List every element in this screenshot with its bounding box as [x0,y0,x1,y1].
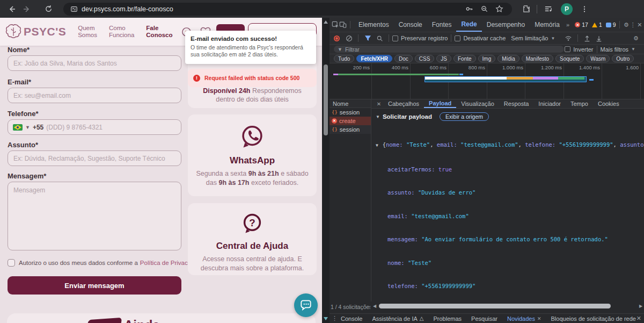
import-har-icon[interactable] [581,32,593,44]
tab-iniciador[interactable]: Iniciador [533,99,566,108]
mensagem-textarea[interactable] [8,182,181,250]
scroll-left-arrow[interactable]: ◀ [371,304,378,308]
payload-json[interactable]: ▼ {nome: "Teste", email: "teste@gmail.co… [376,125,644,302]
tab-desempenho[interactable]: Desempenho [482,18,530,32]
export-har-icon[interactable] [593,32,605,44]
expand-triangle-icon[interactable]: ▼ [376,142,381,150]
tab-tempo[interactable]: Tempo [566,99,593,108]
drawer-menu-icon[interactable]: ⋮ [332,313,338,323]
tab-visualizacao[interactable]: Visualização [456,99,499,108]
brazil-flag-icon[interactable] [13,124,23,131]
search-network-icon[interactable] [374,32,385,44]
payload-section-header[interactable]: ▼ Solicitar payload Exibir a origem [376,112,644,121]
request-row-session-1[interactable]: {}session [330,108,371,117]
drawer-bloqueios[interactable]: Bloqueios de solicitação de rede [551,315,636,322]
whatsapp-card[interactable]: WhatsApp Segunda a sexta 9h às 21h e sáb… [188,114,317,196]
network-settings-icon[interactable]: ⚙ [630,32,642,44]
nav-fale-conosco[interactable]: Fale Conosco [146,25,172,39]
scroll-down-arrow[interactable] [324,317,328,320]
drawer-novidades[interactable]: Novidades✕ [507,315,541,322]
request-list-header[interactable]: Nome [330,99,371,108]
tab-memoria[interactable]: Memória [530,18,565,32]
nav-como-funciona[interactable]: Como Funciona [109,25,134,39]
record-network-icon[interactable] [334,35,340,41]
waterfall-request-line[interactable] [333,74,459,75]
site-info-icon[interactable] [69,2,79,17]
collapse-triangle-icon[interactable]: ▼ [376,114,380,119]
bookmark-star-icon[interactable] [492,2,507,17]
chip-css[interactable]: CSS [415,55,435,62]
filter-input[interactable]: ▼Filtrar [334,46,564,53]
forward-icon[interactable] [19,2,34,17]
clear-network-icon[interactable] [343,32,355,44]
network-overview[interactable]: 200 ms 400 ms 600 ms 800 ms 1.000 ms 1.2… [330,63,644,99]
telefone-input[interactable]: ▼ +55 (DDD) 9 8765-4321 [8,119,181,135]
scrollbar-thumb[interactable] [379,304,611,308]
address-bar[interactable]: dev.psycs.com.br/fale-conosco [63,3,512,16]
drawer-problemas[interactable]: Problemas [434,315,462,322]
scrollbar-track[interactable] [378,304,638,308]
refresh-icon[interactable] [41,2,56,17]
extensions-icon[interactable] [518,2,533,17]
browser-menu-icon[interactable] [577,2,592,17]
issues-count-badge[interactable]: 9 [606,21,616,28]
chip-fetch-xhr[interactable]: Fetch/XHR [356,55,392,62]
drawer-ai-assistance[interactable]: Assistência de IA△ [372,315,423,322]
drawer-console[interactable]: Console [341,315,362,322]
send-message-button[interactable]: Enviar mensagem [8,276,181,295]
payload-summary-line[interactable]: ▼ {nome: "Teste", email: "teste@gmail.co… [376,141,644,150]
chip-tudo[interactable]: Tudo [334,55,354,62]
scroll-up-arrow[interactable] [324,20,328,24]
chip-fonte[interactable]: Fonte [453,55,476,62]
error-count-badge[interactable]: ✕17 [575,21,588,28]
chip-js[interactable]: JS [436,55,451,62]
nav-quem-somos[interactable]: Quem Somos [78,25,97,39]
invert-checkbox[interactable]: Inverter [565,46,593,53]
chip-soquete[interactable]: Soquete [555,55,584,62]
password-key-icon[interactable] [462,2,477,17]
chip-midia[interactable]: Mídia [497,55,519,62]
drawer-close-icon[interactable]: ✕ [636,313,642,323]
scroll-right-arrow[interactable]: ▶ [638,304,644,308]
tab-fontes[interactable]: Fontes [427,18,457,32]
devtools-close-icon[interactable]: ✕ [636,19,643,31]
assunto-input[interactable] [8,150,181,166]
request-row-session-2[interactable]: {}session [330,125,371,134]
tab-payload[interactable]: Payload [424,99,456,108]
close-details-icon[interactable]: ✕ [375,99,383,110]
chip-outro[interactable]: Outro [612,55,634,62]
throttling-select[interactable]: Sem limitação▼ [511,35,555,41]
profile-avatar[interactable]: P [561,3,573,15]
tab-resposta[interactable]: Resposta [499,99,533,108]
devtools-menu-icon[interactable]: ⋮ [630,19,636,31]
back-icon[interactable] [4,2,19,17]
request-row-create[interactable]: ✕create [330,117,371,125]
inspect-element-icon[interactable] [332,19,339,31]
network-conditions-icon[interactable] [562,32,574,44]
devtools-settings-icon[interactable]: ⚙ [623,19,630,31]
tab-elementos[interactable]: Elementos [354,18,394,32]
media-controls-icon[interactable] [540,2,555,17]
page-scrollbar[interactable] [322,18,330,323]
consent-checkbox[interactable] [8,259,15,267]
disable-cache-checkbox[interactable]: Desativar cache [455,35,506,41]
chip-manifesto[interactable]: Manifesto [522,55,553,62]
email-input[interactable] [8,88,181,103]
waterfall-selected-bar[interactable] [425,76,587,82]
chip-img[interactable]: Img [478,55,496,62]
chat-fab-button[interactable] [294,293,318,317]
filter-funnel-icon[interactable] [362,32,374,44]
drawer-pesquisar[interactable]: Pesquisar [471,315,497,322]
tab-console[interactable]: Console [394,18,427,32]
view-source-toggle[interactable]: Exibir a origem [440,112,489,121]
chip-doc[interactable]: Doc [394,55,413,62]
horizontal-scrollbar[interactable]: ◀ ▶ [371,303,644,309]
more-tabs-icon[interactable]: » [565,19,571,31]
scrollbar-thumb[interactable] [324,64,328,135]
warning-count-badge[interactable]: 1 [592,21,602,28]
chip-wasm[interactable]: Wasm [586,55,610,62]
tab-cookies[interactable]: Cookies [593,99,624,108]
success-toast[interactable]: E-mail enviado com sucesso! O time de at… [185,31,316,64]
help-center-card[interactable]: ? Central de Ajuda Acesse nossa central … [188,203,317,275]
more-filters-button[interactable]: Mais filtros▼ [601,46,635,53]
